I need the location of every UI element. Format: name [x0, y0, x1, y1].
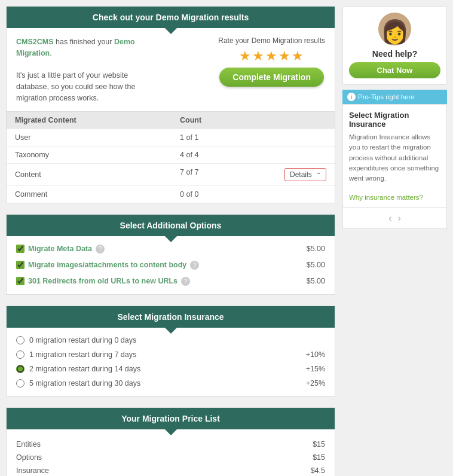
- option-row: Migrate Meta Data?$5.00: [16, 245, 325, 254]
- insurance-label: 1 migration restart during 7 days: [29, 350, 136, 359]
- prev-arrow-icon[interactable]: ‹: [388, 213, 391, 224]
- details-button[interactable]: Details ⌃: [284, 168, 326, 181]
- table-row: Taxonomy4 of 4: [7, 146, 335, 163]
- options-header: Select Additional Options: [7, 215, 335, 236]
- col-migrated-content: Migrated Content: [7, 111, 172, 129]
- price-row: Insurance$4.5: [16, 464, 325, 477]
- need-help-label: Need help?: [372, 49, 417, 59]
- table-row: Content7 of 7Details ⌃: [7, 163, 335, 185]
- price-row: Entities$15: [16, 438, 325, 451]
- option-row: 301 Redirects from old URLs to new URLs?…: [16, 277, 325, 286]
- table-row: User1 of 1: [7, 129, 335, 146]
- table-row: Comment0 of 0: [7, 185, 335, 203]
- price-label: Options: [16, 453, 42, 462]
- option-price: $5.00: [307, 245, 325, 253]
- sidebar-navigation: ‹ ›: [342, 208, 447, 229]
- info-icon: i: [347, 93, 356, 101]
- right-sidebar: 👩 Need help? Chat Now i Pro-Tips right h…: [342, 6, 447, 476]
- price-header: Your Migration Price List: [7, 408, 335, 429]
- option-checkbox-2[interactable]: [16, 277, 25, 285]
- option-label: Migrate images/attachments to content bo…: [28, 261, 186, 269]
- pro-tips-bar: i Pro-Tips right here: [342, 90, 447, 104]
- help-icon[interactable]: ?: [181, 277, 190, 286]
- help-widget: 👩 Need help? Chat Now: [342, 6, 447, 85]
- sidebar-insurance-panel: Select Migration Insurance Migration Ins…: [342, 104, 447, 208]
- insurance-radio-3[interactable]: [16, 379, 25, 387]
- insurance-radio-2[interactable]: [16, 365, 25, 373]
- sidebar-insurance-title: Select Migration Insurance: [349, 111, 440, 129]
- insurance-radio-0[interactable]: [16, 336, 25, 344]
- demo-header: Check out your Demo Migration results: [7, 7, 335, 28]
- insurance-label: 2 migration restart during 14 days: [29, 365, 140, 373]
- insurance-pct: +10%: [301, 350, 325, 359]
- price-value: $15: [313, 440, 325, 448]
- price-row: Options$15: [16, 451, 325, 464]
- insurance-pct: +15%: [301, 365, 325, 373]
- help-icon[interactable]: ?: [190, 261, 199, 270]
- col-count: Count: [172, 111, 335, 129]
- sidebar-insurance-text: Migration Insurance allows you to restar…: [349, 132, 440, 184]
- insurance-radio-1[interactable]: [16, 350, 25, 359]
- insurance-row: 2 migration restart during 14 days+15%: [16, 365, 325, 373]
- insurance-pct: +25%: [301, 379, 325, 387]
- migrated-content-table: Migrated Content Count User1 of 1Taxonom…: [7, 111, 335, 203]
- insurance-row: 5 migration restart during 30 days+25%: [16, 379, 325, 387]
- migrated-count-cell: 7 of 7Details ⌃: [172, 163, 335, 185]
- insurance-row: 1 migration restart during 7 days+10%: [16, 350, 325, 359]
- star-rating[interactable]: ★★★★★: [239, 48, 305, 64]
- migrated-type-cell: Comment: [7, 185, 172, 203]
- option-price: $5.00: [307, 277, 325, 285]
- option-label: Migrate Meta Data: [28, 245, 92, 253]
- demo-description: CMS2CMS has finished your Demo Migration…: [16, 36, 148, 104]
- insurance-header: Select Migration Insurance: [7, 306, 335, 328]
- option-checkbox-1[interactable]: [16, 261, 25, 269]
- migrated-count-cell: 0 of 0: [172, 185, 335, 203]
- insurance-row: 0 migration restart during 0 days: [16, 336, 325, 344]
- chat-now-button[interactable]: Chat Now: [349, 62, 440, 78]
- insurance-label: 0 migration restart during 0 days: [29, 336, 136, 344]
- insurance-label: 5 migration restart during 30 days: [29, 379, 140, 387]
- price-value: $4.5: [311, 466, 325, 475]
- pro-tips-label: Pro-Tips right here: [358, 93, 415, 100]
- option-price: $5.00: [307, 261, 325, 269]
- migrated-count-cell: 4 of 4: [172, 146, 335, 163]
- option-row: Migrate images/attachments to content bo…: [16, 261, 325, 270]
- help-icon[interactable]: ?: [96, 245, 105, 254]
- price-label: Entities: [16, 440, 41, 448]
- why-insurance-link[interactable]: Why insurance matters?: [349, 194, 423, 201]
- migrated-type-cell: Taxonomy: [7, 146, 172, 163]
- next-arrow-icon[interactable]: ›: [398, 213, 401, 224]
- complete-migration-top-button[interactable]: Complete Migration: [219, 68, 324, 87]
- migrated-type-cell: Content: [7, 163, 172, 185]
- demo-rating: Rate your Demo Migration results ★★★★★ C…: [218, 36, 325, 104]
- option-label: 301 Redirects from old URLs to new URLs: [28, 277, 177, 285]
- migrated-type-cell: User: [7, 129, 172, 146]
- price-value: $15: [313, 453, 325, 462]
- migrated-count-cell: 1 of 1: [172, 129, 335, 146]
- avatar: 👩: [378, 13, 411, 45]
- option-checkbox-0[interactable]: [16, 245, 25, 253]
- price-label: Insurance: [16, 466, 49, 475]
